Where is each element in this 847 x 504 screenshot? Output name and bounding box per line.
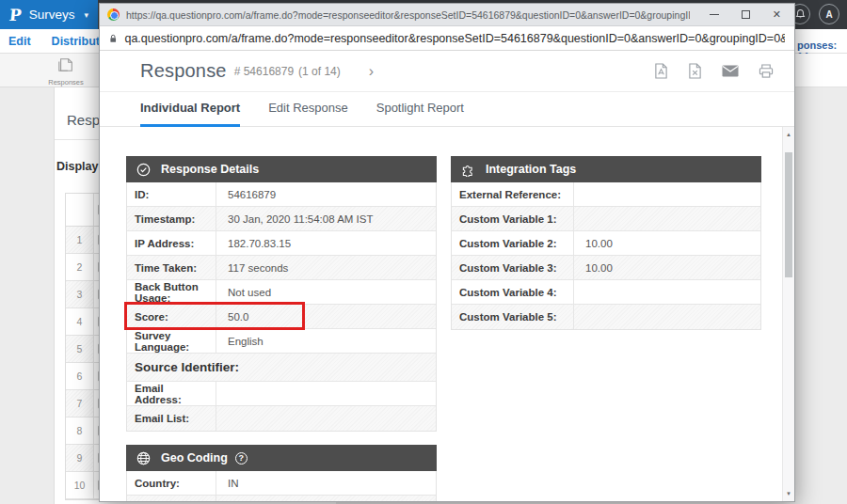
row-number-header bbox=[66, 194, 94, 226]
table-row: Custom Variable 5: bbox=[452, 305, 760, 329]
product-label: Surveys bbox=[29, 8, 75, 22]
row-number: 7 bbox=[66, 390, 94, 417]
email-icon[interactable] bbox=[722, 65, 739, 77]
left-column: Response Details ID:54616879Timestamp:30… bbox=[126, 156, 437, 501]
chevron-down-icon: ▾ bbox=[85, 10, 89, 20]
row-number: 6 bbox=[66, 363, 94, 389]
row-label: Email List: bbox=[127, 406, 216, 431]
row-value: 182.70.83.15 bbox=[216, 231, 436, 255]
table-row: Custom Variable 2:10.00 bbox=[452, 231, 760, 256]
row-value: 54616879 bbox=[216, 182, 436, 206]
integration-puzzle-icon bbox=[461, 163, 475, 177]
surveys-product-switcher[interactable]: P Surveys ▾ bbox=[0, 0, 98, 29]
section-title: Geo Coding bbox=[161, 451, 228, 465]
integration-tags-header: Integration Tags bbox=[451, 156, 761, 182]
maximize-button[interactable] bbox=[742, 10, 750, 19]
row-label: Timestamp: bbox=[127, 207, 216, 230]
right-column: Integration Tags External Reference:Cust… bbox=[451, 156, 761, 501]
response-details-header: Response Details bbox=[126, 156, 437, 182]
row-value: Not used bbox=[216, 280, 436, 304]
display-label: Display bbox=[56, 160, 98, 173]
row-number: 3 bbox=[66, 281, 94, 307]
questionpro-logo-icon: P bbox=[8, 6, 23, 24]
integration-tags-table: External Reference:Custom Variable 1:Cus… bbox=[451, 182, 761, 330]
row-value: 10.00 bbox=[574, 231, 760, 255]
bell-icon bbox=[795, 8, 806, 20]
row-label: Custom Variable 3: bbox=[452, 256, 574, 279]
next-response-chevron[interactable]: › bbox=[369, 63, 374, 80]
address-url: qa.questionpro.com/a/frame.do?mode=respo… bbox=[124, 32, 785, 45]
row-label: ID: bbox=[127, 182, 216, 206]
help-icon[interactable]: ? bbox=[235, 452, 248, 465]
avatar-initial: A bbox=[825, 9, 832, 20]
row-value: 50.0 bbox=[216, 305, 436, 328]
table-row: Timestamp:30 Jan, 2020 11:54:08 AM IST bbox=[127, 207, 436, 231]
minimize-button[interactable] bbox=[710, 14, 719, 15]
scroll-up-icon[interactable]: ▲ bbox=[783, 129, 794, 140]
table-row: Custom Variable 3:10.00 bbox=[452, 256, 760, 280]
row-label: Email Address: bbox=[127, 382, 216, 405]
row-number: 10 bbox=[66, 472, 94, 498]
response-editor-window: https://qa.questionpro.com/a/frame.do?mo… bbox=[99, 3, 795, 502]
section-title: Integration Tags bbox=[486, 163, 576, 176]
row-value bbox=[216, 382, 436, 405]
response-title: Response bbox=[140, 60, 227, 82]
row-number: 9 bbox=[66, 445, 94, 471]
response-id: # 54616879 bbox=[234, 65, 294, 78]
table-row: Region:16 bbox=[127, 496, 436, 501]
tab-individual-report[interactable]: Individual Report bbox=[140, 92, 240, 127]
row-label: IP Address: bbox=[127, 231, 216, 255]
row-label: Score: bbox=[127, 305, 216, 328]
avatar[interactable]: A bbox=[819, 4, 839, 24]
scrollbar-thumb[interactable] bbox=[785, 152, 792, 277]
row-label: Country: bbox=[127, 471, 216, 495]
table-row: Email List: bbox=[127, 406, 436, 431]
report-tabs: Individual ReportEdit ResponseSpotlight … bbox=[100, 92, 794, 127]
section-subheader: Source Identifier: bbox=[127, 354, 436, 382]
row-label: Region: bbox=[127, 496, 216, 501]
row-label: External Reference: bbox=[452, 182, 574, 206]
pdf-export-icon[interactable] bbox=[654, 63, 668, 79]
table-row: Custom Variable 4: bbox=[452, 280, 760, 305]
row-number: 1 bbox=[66, 227, 94, 253]
toolbar-item-responses[interactable]: Responses bbox=[45, 56, 87, 87]
geo-coding-table: Country:INRegion:16 bbox=[126, 471, 437, 501]
response-content: Response Details ID:54616879Timestamp:30… bbox=[100, 127, 794, 501]
table-row: Score:50.0 bbox=[127, 305, 436, 329]
row-number: 8 bbox=[66, 417, 94, 444]
modal-scrollbar[interactable]: ▲ ▼ bbox=[782, 127, 794, 501]
toolbar-item-label: Responses bbox=[45, 78, 87, 87]
globe-icon bbox=[136, 451, 151, 465]
excel-export-icon[interactable] bbox=[688, 63, 702, 79]
page-strip bbox=[795, 54, 847, 87]
tab-edit-response[interactable]: Edit Response bbox=[268, 92, 348, 127]
tab-spotlight-report[interactable]: Spotlight Report bbox=[376, 92, 464, 127]
address-bar[interactable]: qa.questionpro.com/a/frame.do?mode=respo… bbox=[100, 26, 794, 51]
table-row: Country:IN bbox=[127, 471, 436, 496]
print-icon[interactable] bbox=[759, 64, 774, 78]
close-button[interactable]: ✕ bbox=[773, 9, 781, 20]
row-value: 16 bbox=[216, 496, 436, 501]
check-circle-icon bbox=[136, 163, 151, 177]
row-value: English bbox=[216, 329, 436, 353]
menu-item-edit[interactable]: Edit bbox=[8, 35, 31, 48]
window-title-bar[interactable]: https://qa.questionpro.com/a/frame.do?mo… bbox=[100, 4, 794, 26]
responses-icon bbox=[56, 56, 75, 73]
row-number: 5 bbox=[66, 336, 94, 362]
row-label: Custom Variable 4: bbox=[452, 280, 574, 304]
scroll-down-icon[interactable]: ▼ bbox=[783, 488, 794, 499]
row-value: IN bbox=[216, 471, 436, 495]
response-details-table: ID:54616879Timestamp:30 Jan, 2020 11:54:… bbox=[126, 182, 437, 432]
row-label: Custom Variable 2: bbox=[452, 231, 574, 255]
row-label: Custom Variable 1: bbox=[452, 207, 574, 230]
section-title: Response Details bbox=[161, 163, 259, 176]
table-row: External Reference: bbox=[452, 182, 760, 207]
table-row: Email Address: bbox=[127, 382, 436, 406]
table-row: IP Address:182.70.83.15 bbox=[127, 231, 436, 256]
table-row: Back Button Usage:Not used bbox=[127, 280, 436, 305]
row-label: Back Button Usage: bbox=[127, 280, 216, 304]
lock-icon bbox=[109, 33, 117, 44]
row-number: 2 bbox=[66, 254, 94, 280]
row-label: Custom Variable 5: bbox=[452, 305, 574, 329]
table-row: Survey Language:English bbox=[127, 329, 436, 354]
